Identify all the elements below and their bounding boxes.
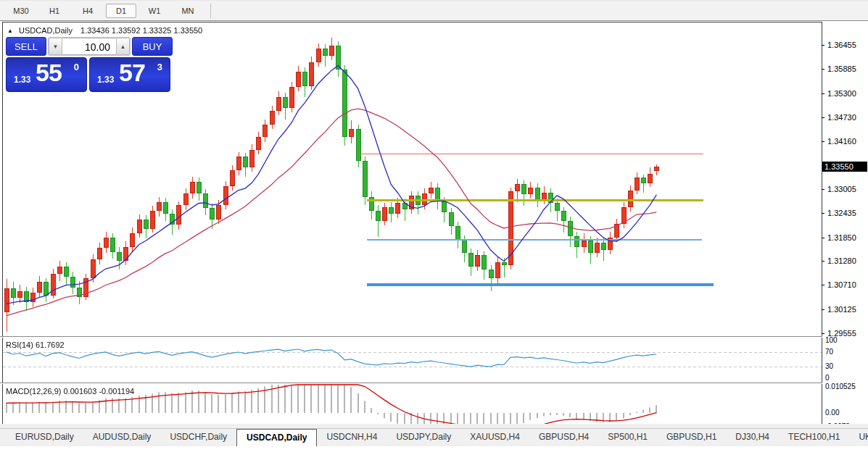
buy-price-big: 57 xyxy=(119,59,145,87)
sell-price-sup: 0 xyxy=(74,62,79,72)
chart-tab-usdjpy-daily[interactable]: USDJPY,Daily xyxy=(387,429,460,446)
rsi-indicator-chart[interactable] xyxy=(3,338,822,382)
buy-price-button[interactable]: 1.33 57 3 xyxy=(89,57,170,92)
price-axis-tick xyxy=(822,213,824,214)
ohlc-readout: 1.33436 1.33592 1.33325 1.33550 xyxy=(80,26,202,35)
one-click-trading-panel: SELL ▼ 10.00 ▲ BUY 1.33 55 0 1.33 57 3 xyxy=(6,37,173,92)
price-axis-tick xyxy=(822,285,824,285)
volume-decrease-button[interactable]: ▼ xyxy=(49,38,62,55)
price-axis-tick xyxy=(822,189,824,190)
buy-price-sup: 3 xyxy=(157,62,162,72)
chart-tab-gbpusd-h4[interactable]: GBPUSD,H4 xyxy=(529,429,598,446)
chart-tab-audusd-daily[interactable]: AUDUSD,Daily xyxy=(83,429,161,446)
price-axis-tick xyxy=(822,333,824,334)
chart-tab-bar: EURUSD,DailyAUDUSD,DailyUSDCHF,DailyUSDC… xyxy=(0,428,868,446)
price-axis-tick xyxy=(822,69,824,70)
chart-tab-usdchf-daily[interactable]: USDCHF,Daily xyxy=(160,429,236,446)
timeframe-button-m30[interactable]: M30 xyxy=(6,4,36,18)
rsi-axis-label: 70 xyxy=(825,348,833,356)
chart-tab-xauusd-h4[interactable]: XAUUSD,H4 xyxy=(460,429,529,446)
macd-axis-label: 0.00 xyxy=(825,409,839,417)
price-axis-label: 1.32435 xyxy=(827,209,856,217)
chart-tab-tech100-h1[interactable]: TECH100,H1 xyxy=(779,429,849,446)
rsi-axis-label: 30 xyxy=(825,362,833,370)
price-axis-label: 1.31280 xyxy=(827,256,856,265)
chart-tab-gbpusd-h1[interactable]: GBPUSD,H1 xyxy=(657,429,726,446)
price-axis-label: 1.30710 xyxy=(827,280,856,289)
sell-button[interactable]: SELL xyxy=(6,37,46,56)
price-axis-label: 1.35885 xyxy=(827,64,856,73)
price-axis-tick xyxy=(822,261,824,262)
price-axis-label: 1.34160 xyxy=(827,137,856,146)
chart-title: ▲ USDCAD,Daily 1.33436 1.33592 1.33325 1… xyxy=(7,26,202,35)
collapse-triangle-icon[interactable]: ▲ xyxy=(7,28,13,34)
price-axis-tick xyxy=(822,141,824,142)
volume-increase-button[interactable]: ▲ xyxy=(116,38,130,55)
macd-axis-label: 0.010525 xyxy=(825,383,856,390)
price-axis-tick xyxy=(822,238,824,238)
timeframe-toolbar: M30H1H4D1W1MN xyxy=(0,0,868,21)
price-axis-label: 1.31850 xyxy=(827,233,856,242)
timeframe-button-h1[interactable]: H1 xyxy=(39,4,70,18)
price-axis-label: 1.30125 xyxy=(827,305,856,314)
timeframe-button-d1[interactable]: D1 xyxy=(106,4,136,18)
chart-tab-usdcnh-h4[interactable]: USDCNH,H4 xyxy=(317,429,387,446)
chart-tab-ukoil-[interactable]: UKOil, xyxy=(849,429,868,446)
sell-price-prefix: 1.33 xyxy=(14,75,30,85)
chart-tab-eurusd-daily[interactable]: EURUSD,Daily xyxy=(6,429,83,446)
mt4-window: M30H1H4D1W1MN ▲ USDCAD,Daily 1.33436 1.3… xyxy=(0,0,868,468)
timeframe-button-h4[interactable]: H4 xyxy=(73,4,103,18)
timeframe-button-w1[interactable]: W1 xyxy=(139,4,170,18)
buy-button[interactable]: BUY xyxy=(132,37,173,56)
macd-label: MACD(12,26,9) 0.001603 -0.001194 xyxy=(6,387,134,396)
rsi-axis-label: 0 xyxy=(825,374,830,382)
price-axis-tick xyxy=(822,309,824,310)
current-price-tag: 1.33550 xyxy=(822,162,867,172)
volume-input[interactable]: 10.00 xyxy=(62,38,116,55)
timeframe-button-mn[interactable]: MN xyxy=(173,4,203,18)
price-axis-divider xyxy=(822,22,822,431)
price-axis-label: 1.34730 xyxy=(827,113,856,122)
chart-tab-sp500-h1[interactable]: SP500,H1 xyxy=(598,429,657,446)
rsi-label: RSI(14) 61.7692 xyxy=(6,340,65,349)
chart-tab-dj30-h4[interactable]: DJ30,H4 xyxy=(726,429,779,446)
chart-window: ▲ USDCAD,Daily 1.33436 1.33592 1.33325 1… xyxy=(0,22,868,446)
price-axis-tick xyxy=(822,45,824,46)
price-axis-tick xyxy=(822,93,824,94)
symbol-title: USDCAD,Daily xyxy=(19,26,73,35)
sell-price-big: 55 xyxy=(36,59,62,87)
price-axis-tick xyxy=(822,117,824,118)
chart-tab-usdcad-daily[interactable]: USDCAD,Daily xyxy=(236,429,317,446)
price-axis-label: 1.35300 xyxy=(827,89,856,98)
buy-price-prefix: 1.33 xyxy=(97,75,114,85)
rsi-axis-label: 100 xyxy=(825,336,838,344)
sell-price-button[interactable]: 1.33 55 0 xyxy=(6,57,87,92)
timeframe-bar: M30H1H4D1W1MN xyxy=(4,4,204,18)
price-axis-label: 1.36455 xyxy=(827,41,856,49)
toolbar-separator xyxy=(210,4,211,18)
price-axis-label: 1.33005 xyxy=(827,185,856,193)
volume-spinner: ▼ 10.00 ▲ xyxy=(48,37,131,56)
